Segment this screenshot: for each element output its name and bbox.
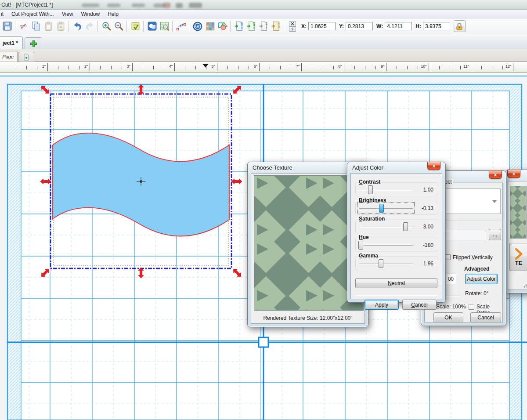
blurred-artifact	[189, 3, 202, 8]
ruler-tick	[58, 66, 58, 69]
y-input[interactable]	[346, 22, 373, 30]
x-mode-icon[interactable]	[289, 21, 296, 26]
import-pdf-icon[interactable]: PDF	[245, 20, 257, 33]
cancel-button[interactable]: Cancel	[470, 312, 501, 322]
slider[interactable]	[358, 184, 414, 195]
texture-thumbnail[interactable]	[510, 186, 527, 239]
dialog-title: Choose Texture	[253, 164, 292, 171]
view-zoom-icon[interactable]	[158, 20, 170, 33]
title-bar: Cut! - [MTCProject1 *]	[0, 0, 527, 10]
ruler-tick	[111, 66, 112, 69]
h-input[interactable]	[423, 22, 450, 30]
paste-in-place-icon[interactable]	[54, 20, 67, 33]
ruler-tick	[238, 66, 238, 69]
scale-paths-checkbox[interactable]	[469, 304, 474, 310]
w-input[interactable]	[385, 22, 412, 30]
slider-track[interactable]	[359, 208, 413, 209]
import-svg-icon[interactable]: SVG	[233, 20, 245, 33]
art-gallery-icon[interactable]: ART	[191, 20, 204, 33]
horizontal-ruler[interactable]: 1"2"3"4"5"6"7"8"9"10"11"12"	[0, 62, 527, 73]
slider[interactable]	[358, 239, 414, 250]
ruler-tick	[227, 66, 228, 69]
close-icon[interactable]: x	[489, 170, 502, 179]
ruler-tick-inch	[471, 63, 471, 71]
toolbar-separator	[69, 21, 69, 32]
mat-size-handle[interactable]	[259, 337, 268, 347]
shape-magic-icon[interactable]	[146, 20, 158, 33]
ruler-tick	[16, 66, 16, 69]
ruler-tick	[37, 66, 37, 69]
slider-thumb[interactable]	[368, 185, 373, 194]
s-mode-icon[interactable]	[289, 26, 296, 32]
browse-button[interactable]: ...	[489, 229, 501, 240]
coordinate-mode-toggle[interactable]	[289, 21, 296, 32]
import-pdf-label: PDF	[253, 22, 255, 29]
slider-value: -0.13	[422, 205, 433, 211]
menu-bar: it Cut Project With... View Window Help	[0, 10, 527, 18]
tab-project[interactable]: ject1 *	[0, 36, 23, 49]
zoom-in-icon[interactable]	[100, 20, 112, 33]
import-scut-icon[interactable]: SCUT	[270, 20, 282, 33]
menu-item-view[interactable]: View	[58, 10, 77, 18]
ok-button[interactable]: OK	[433, 312, 463, 322]
ruler-tick	[153, 66, 154, 69]
menu-item-edit-partial[interactable]: it	[0, 10, 7, 18]
close-icon[interactable]: x	[507, 170, 520, 178]
adjust-color-button[interactable]: Adjust Color	[465, 274, 498, 284]
divider	[355, 295, 437, 296]
ruler-tick	[354, 66, 355, 69]
menu-item-cut-project-with[interactable]: Cut Project With...	[7, 10, 58, 18]
mat-notes-icon[interactable]	[129, 20, 141, 33]
menu-item-window[interactable]: Window	[77, 10, 104, 18]
import-ttf-icon[interactable]: TTF	[257, 20, 270, 33]
slider-track[interactable]	[359, 245, 413, 246]
slider-thumb[interactable]	[358, 241, 363, 250]
slider-thumb[interactable]	[403, 222, 408, 231]
ruler-tick-inch	[344, 63, 344, 71]
cancel-button[interactable]: Cancel	[402, 300, 437, 310]
tab-page[interactable]: Page	[0, 51, 18, 62]
x-input[interactable]	[308, 22, 336, 30]
slider[interactable]	[358, 203, 414, 213]
menu-item-help[interactable]: Help	[104, 10, 123, 18]
slider-track[interactable]	[359, 190, 413, 191]
slider-group-gamma: Gamma1.96	[355, 256, 437, 270]
slider-track[interactable]	[359, 264, 413, 264]
basic-shapes-icon[interactable]	[216, 20, 228, 33]
slider-value: -180	[423, 242, 433, 248]
redo-icon[interactable]	[83, 20, 96, 33]
resize-grip[interactable]	[523, 283, 527, 288]
blurred-artifact	[163, 3, 170, 8]
copy-icon[interactable]	[30, 20, 42, 33]
blurred-artifact	[107, 4, 120, 7]
slider[interactable]	[358, 258, 414, 268]
color-swatches-icon[interactable]	[204, 20, 216, 33]
ruler-tick	[195, 66, 196, 69]
undo-icon[interactable]	[71, 20, 83, 33]
ruler-tick	[164, 66, 164, 69]
blurred-artifact	[82, 4, 99, 7]
slider-thumb[interactable]	[379, 204, 384, 213]
ruler-tick-inch	[513, 63, 513, 71]
x-label: X:	[301, 23, 307, 29]
slider[interactable]	[358, 221, 414, 232]
ruler-tick	[26, 66, 27, 69]
apply-button[interactable]: Apply	[365, 300, 399, 310]
add-project-tab[interactable]	[25, 37, 42, 49]
toolbar-separator	[230, 21, 231, 32]
node-edit-icon[interactable]	[175, 20, 187, 33]
add-page-tab[interactable]	[18, 52, 34, 62]
ruler-tick	[100, 66, 101, 69]
save-icon[interactable]	[1, 20, 13, 33]
neutral-button[interactable]: Neutral	[355, 278, 437, 288]
paste-icon[interactable]	[42, 20, 54, 33]
ruler-tick	[249, 66, 249, 69]
h-label: H:	[415, 23, 421, 29]
close-icon[interactable]: x	[427, 162, 440, 170]
zoom-out-icon[interactable]	[112, 20, 125, 33]
cut-icon[interactable]: ✂	[18, 20, 30, 33]
slider-thumb[interactable]	[379, 259, 383, 268]
create-button[interactable]: TE	[509, 243, 527, 271]
aspect-lock-icon[interactable]	[454, 20, 466, 32]
ruler-tick	[79, 66, 79, 69]
